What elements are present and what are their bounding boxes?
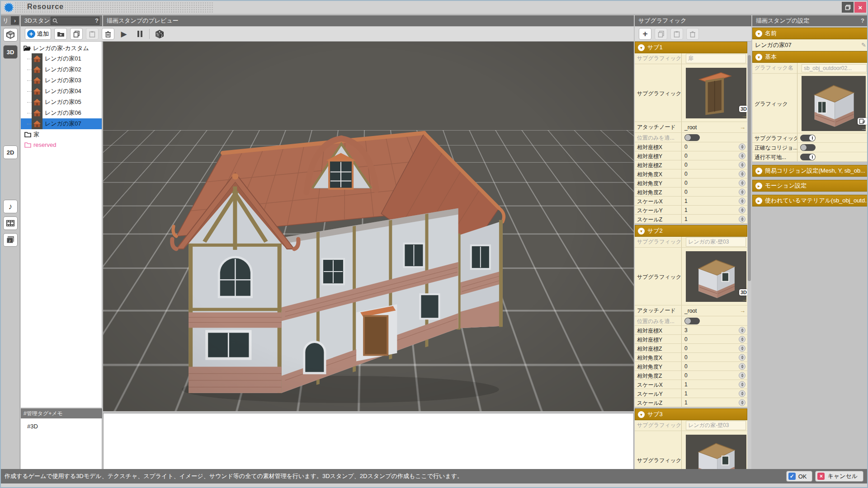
- 3d-rotate-badge[interactable]: 3D: [739, 289, 748, 296]
- attach-node-arrow[interactable]: →: [740, 307, 745, 314]
- position-only-toggle[interactable]: [684, 318, 700, 324]
- value-stepper[interactable]: [739, 381, 745, 388]
- subgraphic-thumbnail[interactable]: 3D→: [686, 251, 746, 302]
- value-stepper[interactable]: [739, 197, 745, 204]
- random-dice-button[interactable]: [153, 28, 166, 40]
- image-sound-button[interactable]: ♪: [3, 233, 18, 247]
- tree-item[interactable]: レンガの家03: [21, 75, 102, 86]
- tree-folder-reserved[interactable]: reserved: [21, 140, 102, 150]
- add-folder-button[interactable]: [54, 28, 67, 40]
- stamp-cube-button[interactable]: [3, 28, 18, 42]
- value-stepper[interactable]: [739, 152, 745, 159]
- paste-button[interactable]: [86, 28, 99, 40]
- ok-button[interactable]: ✓ OK: [786, 471, 813, 482]
- music-note-icon: ♪: [9, 202, 13, 211]
- value-stepper[interactable]: [739, 336, 745, 343]
- value-stepper[interactable]: [739, 170, 745, 177]
- settings-toggle[interactable]: [800, 154, 816, 160]
- restore-window-button[interactable]: [842, 2, 854, 13]
- value-stepper[interactable]: [739, 390, 745, 397]
- tree-item[interactable]: レンガの家05: [21, 97, 102, 108]
- value-stepper[interactable]: [739, 161, 745, 168]
- value-stepper[interactable]: [739, 327, 745, 333]
- sound-button[interactable]: ♪: [3, 200, 18, 213]
- section-header-サブ2[interactable]: ▾サブ2: [635, 225, 747, 237]
- settings-toggle[interactable]: [800, 135, 816, 141]
- swap-graphic-badge[interactable]: [858, 118, 868, 125]
- preview-viewport[interactable]: [103, 42, 634, 411]
- graphic-thumbnail[interactable]: →: [802, 76, 866, 131]
- copy-button[interactable]: [70, 28, 83, 40]
- stamp-help-button[interactable]: ?: [95, 15, 99, 26]
- value-stepper[interactable]: [739, 345, 745, 352]
- tree-root-folder[interactable]: レンガの家-カスタム: [21, 43, 102, 53]
- property-label: スケールZ: [635, 398, 682, 407]
- subgraphic-thumbnail[interactable]: 3D→: [686, 435, 746, 469]
- 3d-rotate-badge[interactable]: 3D: [739, 106, 748, 112]
- image-note-icon: ♪: [6, 236, 15, 244]
- property-row: 相対角度Z0: [635, 371, 747, 380]
- value-stepper[interactable]: [739, 216, 745, 222]
- collapsed-section-header[interactable]: ▸簡易コリジョン設定(Mesh, Y, sb_ob...: [752, 165, 868, 177]
- tree-item[interactable]: レンガの家02: [21, 64, 102, 75]
- property-value: 0: [684, 144, 688, 150]
- tree-folder-house[interactable]: 家: [21, 129, 102, 140]
- pause-icon: [137, 31, 142, 37]
- settings-help-button[interactable]: ?: [861, 15, 864, 26]
- play-button[interactable]: ▶: [118, 28, 130, 40]
- subgraphic-paste-button[interactable]: [670, 28, 683, 40]
- subgraphic-thumbnail[interactable]: 3D→: [686, 68, 746, 118]
- close-window-button[interactable]: ×: [854, 2, 866, 13]
- value-stepper[interactable]: [739, 363, 745, 370]
- subgraphic-name-row: サブグラフィック名レンガの家-壁03: [635, 420, 747, 431]
- category-3d-button[interactable]: 3D: [3, 45, 18, 59]
- delete-button[interactable]: [102, 28, 114, 40]
- category-2d-button[interactable]: 2D: [3, 145, 18, 159]
- value-stepper[interactable]: [739, 143, 745, 150]
- chevron-right-icon: ▸: [755, 168, 762, 174]
- value-stepper[interactable]: [739, 188, 745, 195]
- value-stepper[interactable]: [739, 354, 745, 361]
- thumbnail-arrow[interactable]: →: [741, 113, 747, 119]
- tree-connector: [27, 80, 32, 81]
- property-value: 0: [684, 354, 688, 361]
- section-header-サブ1[interactable]: ▾サブ1: [635, 42, 747, 53]
- property-row: スケールZ1: [635, 398, 747, 407]
- collapsed-section-header[interactable]: ▸使われているマテリアル(sb_obj_outd...: [752, 195, 868, 206]
- section-header-サブ3[interactable]: ▾サブ3: [635, 408, 747, 420]
- tree-item[interactable]: レンガの家04: [21, 86, 102, 97]
- thumbnail-arrow[interactable]: →: [741, 296, 747, 303]
- stamp-search-input[interactable]: [51, 17, 99, 25]
- settings-toggle[interactable]: [800, 144, 816, 151]
- property-value: 0: [684, 189, 688, 195]
- cancel-button[interactable]: × キャンセル: [815, 471, 863, 482]
- attach-node-arrow[interactable]: →: [740, 124, 745, 131]
- subgraphic-scrollbar[interactable]: [747, 42, 751, 469]
- property-value: 1: [684, 399, 688, 406]
- collapsed-section-header[interactable]: ▸モーション設定: [752, 180, 868, 192]
- subgraphic-delete-button[interactable]: [686, 28, 699, 40]
- section-header-basic[interactable]: ▾ 基本: [752, 51, 868, 63]
- edit-pencil-icon[interactable]: ✎: [861, 42, 866, 48]
- value-stepper[interactable]: [739, 179, 745, 186]
- memo-area[interactable]: [103, 413, 634, 470]
- subgraphic-panel-header: サブグラフィック: [635, 15, 751, 26]
- tags-memo-body[interactable]: #3D: [21, 418, 102, 470]
- tree-item[interactable]: レンガの家06: [21, 108, 102, 118]
- value-stepper[interactable]: [739, 206, 745, 213]
- value-stepper[interactable]: [739, 399, 745, 406]
- tree-item[interactable]: レンガの家01: [21, 53, 102, 64]
- property-row: 相対角度Y0: [635, 362, 747, 371]
- movie-button[interactable]: [3, 216, 18, 230]
- attach-node-label: アタッチノード: [635, 305, 682, 316]
- expand-panel-button[interactable]: ›: [11, 16, 19, 25]
- pause-button[interactable]: [133, 28, 146, 40]
- value-stepper[interactable]: [739, 372, 745, 379]
- subgraphic-copy-button[interactable]: [655, 28, 667, 40]
- graphic-arrow[interactable]: →: [861, 125, 867, 132]
- subgraphic-add-button[interactable]: +: [639, 28, 651, 40]
- section-header-name[interactable]: ▾ 名前: [752, 28, 868, 39]
- tree-item[interactable]: レンガの家07: [21, 118, 102, 129]
- add-button[interactable]: + 追加: [25, 28, 51, 40]
- position-only-toggle[interactable]: [684, 134, 700, 141]
